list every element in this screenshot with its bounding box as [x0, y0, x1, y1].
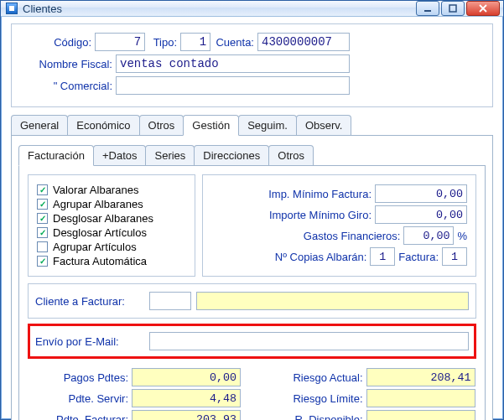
outer-tab-body: Facturación +Datos Series Direcciones Ot… — [11, 135, 493, 420]
header-panel: Código: Tipo: Cuenta: Nombre Fiscal: " C… — [11, 23, 493, 107]
checkbox-panel: Valorar Albaranes Agrupar Albaranes Desg… — [28, 174, 195, 277]
gastos-fin-label: Gastos Financieros: — [211, 230, 400, 242]
tipo-label: Tipo: — [148, 36, 177, 49]
comercial-label: " Comercial: — [20, 80, 112, 92]
tab-otros[interactable]: Otros — [139, 115, 184, 135]
chk-factura-automatica[interactable] — [37, 256, 48, 267]
cliente-facturar-box: Cliente a Facturar: — [28, 283, 476, 319]
importe-min-giro-field[interactable] — [375, 205, 467, 224]
codigo-field[interactable] — [95, 33, 145, 51]
copias-albaran-field[interactable] — [370, 247, 395, 266]
pdte-servir-label: Pdte. Servir: — [28, 392, 128, 405]
maximize-button[interactable] — [441, 1, 465, 16]
inner-tabs: Facturación +Datos Series Direcciones Ot… — [18, 144, 486, 420]
pdte-facturar-value — [132, 410, 241, 420]
chk-agrupar-art-label: Agrupar Artículos — [53, 241, 137, 253]
chk-desglosar-art-label: Desglosar Artículos — [53, 226, 147, 239]
app-icon — [6, 3, 18, 14]
riesgo-limite-value — [366, 389, 475, 407]
window: Clientes Código: Tipo: Cuenta: Nombre Fi… — [0, 0, 504, 420]
cuenta-label: Cuenta: — [214, 36, 254, 49]
factura-copies-field[interactable] — [442, 247, 467, 266]
nombre-fiscal-field[interactable] — [116, 54, 350, 73]
chk-agrupar-articulos[interactable] — [37, 241, 48, 252]
imp-min-factura-field[interactable] — [375, 184, 467, 203]
pdte-servir-value — [132, 389, 241, 407]
amounts-panel: Imp. Mínimo Factura: Importe Mínimo Giro… — [202, 174, 476, 277]
riesgo-actual-label: Riesgo Actual: — [262, 371, 363, 384]
tab-gestion[interactable]: Gestión — [183, 115, 239, 136]
r-disponible-value — [366, 410, 475, 420]
pdte-facturar-label: Pdte. Facturar: — [28, 413, 128, 421]
close-button[interactable] — [466, 1, 500, 16]
tab-facturacion[interactable]: Facturación — [18, 145, 94, 166]
tab-series[interactable]: Series — [145, 145, 195, 165]
pagos-pdtes-value — [132, 368, 241, 386]
chk-factura-auto-label: Factura Automática — [53, 255, 147, 267]
chk-agrupar-albaranes[interactable] — [37, 199, 48, 210]
chk-desglosar-alb-label: Desglosar Albaranes — [53, 212, 153, 225]
pagos-pdtes-label: Pagos Pdtes: — [28, 371, 128, 384]
minimize-button[interactable] — [416, 1, 439, 16]
chk-valorar-label: Valorar Albaranes — [53, 184, 138, 196]
nombre-fiscal-label: Nombre Fiscal: — [20, 58, 112, 70]
tab-direcciones[interactable]: Direcciones — [194, 145, 269, 165]
gastos-fin-unit: % — [457, 230, 467, 242]
tipo-field[interactable] — [180, 33, 210, 51]
gastos-fin-field[interactable] — [403, 226, 454, 245]
window-title: Clientes — [23, 3, 416, 15]
comercial-field[interactable] — [116, 76, 350, 95]
riesgo-actual-value — [366, 368, 475, 386]
svg-rect-1 — [449, 5, 456, 12]
r-disponible-label: R. Disponible: — [262, 413, 363, 421]
cliente-facturar-label: Cliente a Facturar: — [35, 295, 144, 308]
importe-min-giro-label: Importe Mínimo Giro: — [211, 209, 372, 221]
tab-seguim[interactable]: Seguim. — [238, 115, 297, 135]
envio-email-label: Envío por E-Mail: — [35, 335, 144, 348]
imp-min-factura-label: Imp. Mínimo Factura: — [211, 188, 372, 200]
stats-panel: Pagos Pdtes: Pdte. Servir: Pdte. Factura… — [28, 366, 476, 420]
copias-albaran-label: Nº Copias Albarán: — [211, 251, 366, 263]
chk-desglosar-albaranes[interactable] — [37, 213, 48, 224]
tab-economico[interactable]: Económico — [67, 115, 139, 135]
tab-masdatos[interactable]: +Datos — [93, 145, 147, 165]
envio-email-box: Envío por E-Mail: — [28, 324, 476, 359]
cliente-facturar-code[interactable] — [149, 292, 191, 310]
riesgo-limite-label: Riesgo Límite: — [262, 392, 363, 405]
cliente-facturar-name[interactable] — [196, 292, 469, 310]
chk-desglosar-articulos[interactable] — [37, 227, 48, 238]
svg-rect-0 — [424, 10, 431, 12]
codigo-label: Código: — [20, 36, 91, 49]
titlebar[interactable]: Clientes — [1, 1, 503, 17]
tab-observ[interactable]: Observ. — [296, 115, 352, 135]
tab-inner-otros[interactable]: Otros — [268, 145, 314, 165]
inner-tab-body: Valorar Albaranes Agrupar Albaranes Desg… — [18, 165, 486, 420]
tab-general[interactable]: General — [11, 115, 68, 135]
cuenta-field[interactable] — [257, 33, 350, 51]
chk-valorar-albaranes[interactable] — [37, 184, 48, 195]
factura-copies-label: Factura: — [398, 251, 439, 263]
outer-tabs: General Económico Otros Gestión Seguim. … — [11, 114, 493, 420]
chk-agrupar-alb-label: Agrupar Albaranes — [53, 198, 143, 210]
envio-email-field[interactable] — [149, 332, 469, 350]
